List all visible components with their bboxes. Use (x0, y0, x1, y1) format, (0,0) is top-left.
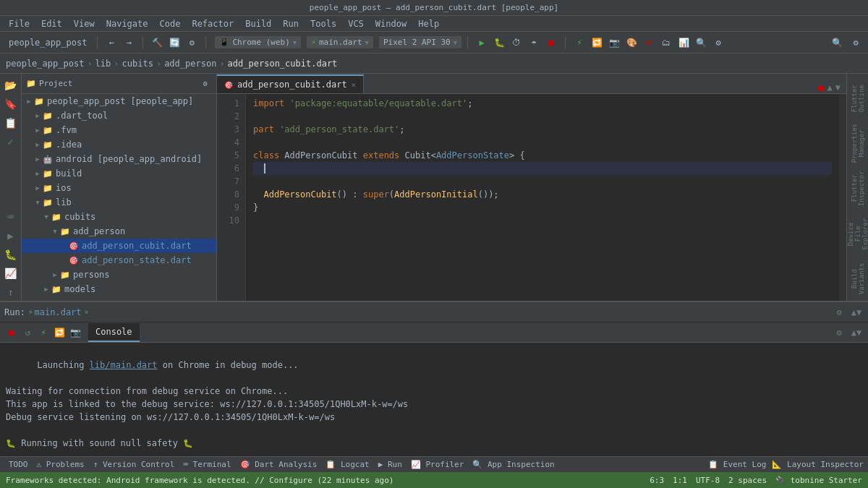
run-settings-btn[interactable]: ⚙ (832, 305, 846, 320)
menu-vcs[interactable]: VCS (342, 17, 370, 30)
flutter-hot-restart[interactable]: 🔁 (589, 35, 605, 51)
bookmark-icon[interactable]: 🔖 (2, 95, 20, 113)
tree-item-4[interactable]: ▶🤖android [people_app_android] (22, 152, 216, 166)
terminal-icon[interactable]: ⌨ (2, 208, 20, 226)
tree-item-1[interactable]: ▶📁.dart_tool (22, 108, 216, 123)
tab-run[interactable]: ▶ Run (374, 460, 407, 469)
toolbar-build-btn[interactable]: 🔨 (149, 35, 165, 51)
tab-profiler[interactable]: 📈 Profiler (407, 460, 469, 469)
flutter-inspector-panel[interactable]: Flutter Inspector (849, 166, 867, 210)
tab-dart-analysis[interactable]: 🎯 Dart Analysis (236, 460, 322, 469)
coverage-btn[interactable]: ☂ (526, 35, 542, 51)
tree-item-5[interactable]: ▶📁build (22, 166, 216, 181)
todo-icon[interactable]: ✓ (2, 133, 20, 150)
tab-logcat[interactable]: 📋 Logcat (321, 460, 373, 469)
properties-panel[interactable]: Properties Manager (849, 121, 867, 166)
run-tab-name[interactable]: main.dart (35, 307, 82, 317)
device-file-panel[interactable]: Device File Explorer (849, 212, 867, 256)
tab-app-inspection[interactable]: 🔍 App Inspection (468, 460, 558, 469)
menu-build[interactable]: Build (239, 17, 277, 30)
flutter-outline-panel[interactable]: Flutter Outline (849, 77, 867, 121)
tab-terminal[interactable]: ⌨ Terminal (179, 460, 235, 469)
console-restart-btn[interactable]: ↺ (20, 325, 35, 340)
project-icon[interactable]: 📂 (2, 77, 20, 94)
flutter-btn2[interactable]: 🎨 (624, 35, 639, 51)
toolbar-sync-btn[interactable]: 🔄 (166, 35, 182, 51)
tree-item-12[interactable]: ▶📁persons (22, 267, 216, 282)
menu-tools[interactable]: Tools (305, 17, 342, 30)
collapse-btn[interactable]: ▲ (827, 82, 833, 93)
search-btn[interactable]: 🔍 (829, 35, 845, 51)
expand-btn[interactable]: ▼ (835, 82, 841, 93)
run-target[interactable]: ⚡ main.dart ▼ (307, 36, 373, 48)
flutter-btn5[interactable]: 📊 (676, 35, 692, 51)
breadcrumb-add-person[interactable]: add_person (164, 59, 216, 69)
tab-problems[interactable]: ⚠ Problems (33, 460, 89, 469)
profile-btn[interactable]: ⏱ (509, 35, 524, 51)
tab-close-btn[interactable]: × (352, 81, 356, 89)
pixel-config[interactable]: Pixel 2 API 30 ▼ (379, 36, 461, 48)
tree-item-0[interactable]: ▶📁people_app_post [people_app] (22, 94, 216, 108)
tree-item-3[interactable]: ▶📁.idea (22, 137, 216, 152)
toolbar-back-btn[interactable]: ← (103, 35, 119, 51)
editor-tab-active[interactable]: 🎯 add_person_cubit.dart × (217, 74, 364, 93)
build-variants-panel[interactable]: Build Variants (849, 257, 867, 301)
menu-view[interactable]: View (68, 17, 101, 30)
breadcrumb-lib[interactable]: lib (95, 59, 111, 69)
flutter-btn6[interactable]: 🔍 (693, 35, 709, 51)
tree-item-2[interactable]: ▶📁.fvm (22, 123, 216, 137)
console-link-main[interactable]: lib/main.dart (90, 360, 158, 370)
flutter-btn4[interactable]: 🗂 (658, 35, 674, 51)
menu-refactor[interactable]: Refactor (186, 17, 239, 30)
menu-code[interactable]: Code (154, 17, 187, 30)
event-log-btn[interactable]: 📋 Event Log (708, 460, 766, 469)
breadcrumb-project[interactable]: people_app_post (6, 59, 84, 69)
tree-item-9[interactable]: ▼📁add_person (22, 224, 216, 239)
stop-btn[interactable]: ■ (543, 35, 559, 51)
menu-file[interactable]: File (3, 17, 35, 30)
flutter-btn7[interactable]: ⚙ (710, 35, 726, 51)
toolbar-forward-btn[interactable]: → (121, 35, 137, 51)
run-tab-close[interactable]: × (85, 308, 89, 316)
flutter-btn3[interactable]: ⊗ (641, 35, 657, 51)
version-control-icon[interactable]: ↑ (2, 283, 20, 301)
console-reload-btn[interactable]: ⚡ (36, 325, 51, 340)
settings-btn[interactable]: ⚙ (848, 35, 864, 51)
tree-item-10[interactable]: 🎯add_person_cubit.dart (22, 239, 216, 253)
menu-window[interactable]: Window (370, 17, 412, 30)
breadcrumb-cubits[interactable]: cubits (122, 59, 153, 69)
menu-run[interactable]: Run (277, 17, 305, 30)
console-close-btn[interactable]: ▲▼ (849, 325, 864, 340)
run-btn[interactable]: ▶ (474, 35, 490, 51)
layout-inspector-btn[interactable]: 📐 Layout Inspector (772, 460, 864, 469)
tree-item-7[interactable]: ▼📁lib (22, 195, 216, 210)
console-run-btn[interactable]: ■ (4, 325, 19, 340)
flutter-screenshot[interactable]: 📷 (606, 35, 622, 51)
toolbar-project-btn[interactable]: people_app_post (4, 35, 91, 51)
debug-btn[interactable]: 🐛 (491, 35, 507, 51)
menu-edit[interactable]: Edit (35, 17, 68, 30)
console-tab-console[interactable]: Console (88, 323, 140, 342)
menu-navigate[interactable]: Navigate (101, 17, 154, 30)
run-expand-btn[interactable]: ▲▼ (849, 305, 864, 320)
run-config[interactable]: 📱 Chrome (web) ▼ (215, 36, 301, 48)
console-hot-restart-btn[interactable]: 🔁 (52, 325, 67, 340)
console-settings-btn[interactable]: ⚙ (832, 325, 846, 340)
breadcrumb-file[interactable]: add_person_cubit.dart (228, 59, 338, 69)
tree-item-8[interactable]: ▼📁cubits (22, 210, 216, 224)
structure-icon[interactable]: 📋 (2, 114, 20, 132)
tab-todo[interactable]: TODO (4, 460, 33, 469)
toolbar-settings-btn[interactable]: ⚙ (184, 35, 200, 51)
profiler-icon[interactable]: 📈 (2, 265, 20, 282)
debug-icon[interactable]: 🐛 (2, 246, 20, 263)
tree-item-13[interactable]: ▶📁models (22, 282, 216, 296)
code-content[interactable]: import 'package:equatable/equatable.dart… (246, 94, 839, 301)
editor-scrollbar[interactable] (839, 94, 846, 301)
tree-item-6[interactable]: ▶📁ios (22, 181, 216, 195)
tab-version-control[interactable]: ↑ Version Control (89, 460, 179, 469)
tree-item-11[interactable]: 🎯add_person_state.dart (22, 253, 216, 267)
menu-help[interactable]: Help (412, 17, 445, 30)
run-panel-icon[interactable]: ▶ (2, 227, 20, 244)
flutter-hot-reload[interactable]: ⚡ (571, 35, 587, 51)
sidebar-settings-btn[interactable]: ⚙ (199, 77, 212, 90)
